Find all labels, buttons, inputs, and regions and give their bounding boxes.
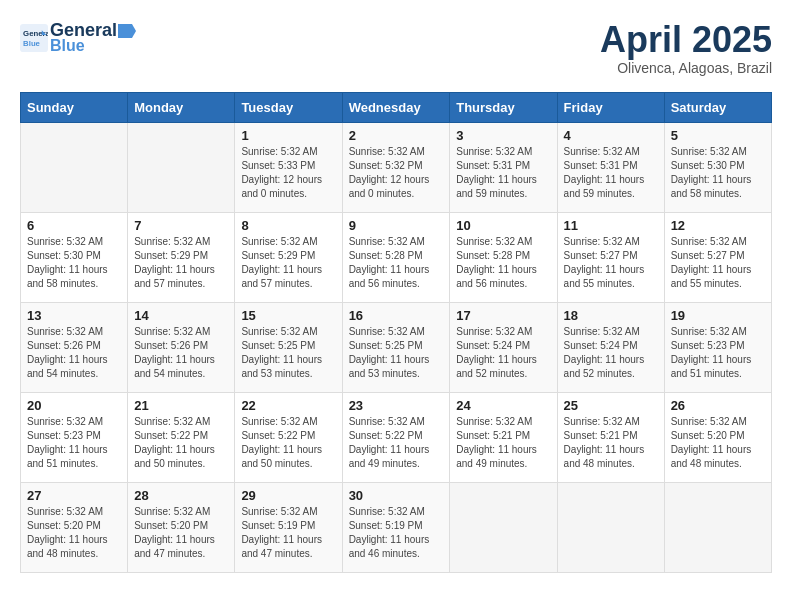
calendar-cell: 28Sunrise: 5:32 AM Sunset: 5:20 PM Dayli… (128, 482, 235, 572)
weekday-header: Thursday (450, 92, 557, 122)
logo-icon: General Blue (20, 24, 48, 52)
day-info: Sunrise: 5:32 AM Sunset: 5:31 PM Dayligh… (564, 145, 658, 201)
logo-arrow (118, 24, 136, 38)
weekday-header: Friday (557, 92, 664, 122)
calendar-cell: 5Sunrise: 5:32 AM Sunset: 5:30 PM Daylig… (664, 122, 771, 212)
calendar-cell: 26Sunrise: 5:32 AM Sunset: 5:20 PM Dayli… (664, 392, 771, 482)
day-info: Sunrise: 5:32 AM Sunset: 5:21 PM Dayligh… (564, 415, 658, 471)
page-header: General Blue General Blue April 2025 Oli… (20, 20, 772, 76)
calendar-cell (21, 122, 128, 212)
calendar-table: SundayMondayTuesdayWednesdayThursdayFrid… (20, 92, 772, 573)
day-info: Sunrise: 5:32 AM Sunset: 5:31 PM Dayligh… (456, 145, 550, 201)
calendar-cell (128, 122, 235, 212)
day-number: 10 (456, 218, 550, 233)
calendar-cell: 20Sunrise: 5:32 AM Sunset: 5:23 PM Dayli… (21, 392, 128, 482)
day-info: Sunrise: 5:32 AM Sunset: 5:20 PM Dayligh… (27, 505, 121, 561)
day-number: 17 (456, 308, 550, 323)
day-number: 25 (564, 398, 658, 413)
calendar-cell: 4Sunrise: 5:32 AM Sunset: 5:31 PM Daylig… (557, 122, 664, 212)
weekday-header: Sunday (21, 92, 128, 122)
day-info: Sunrise: 5:32 AM Sunset: 5:21 PM Dayligh… (456, 415, 550, 471)
weekday-header: Tuesday (235, 92, 342, 122)
day-info: Sunrise: 5:32 AM Sunset: 5:27 PM Dayligh… (671, 235, 765, 291)
calendar-cell (450, 482, 557, 572)
calendar-cell: 15Sunrise: 5:32 AM Sunset: 5:25 PM Dayli… (235, 302, 342, 392)
day-info: Sunrise: 5:32 AM Sunset: 5:33 PM Dayligh… (241, 145, 335, 201)
calendar-cell: 23Sunrise: 5:32 AM Sunset: 5:22 PM Dayli… (342, 392, 450, 482)
day-number: 26 (671, 398, 765, 413)
day-info: Sunrise: 5:32 AM Sunset: 5:24 PM Dayligh… (456, 325, 550, 381)
calendar-cell: 8Sunrise: 5:32 AM Sunset: 5:29 PM Daylig… (235, 212, 342, 302)
day-info: Sunrise: 5:32 AM Sunset: 5:28 PM Dayligh… (349, 235, 444, 291)
calendar-cell: 6Sunrise: 5:32 AM Sunset: 5:30 PM Daylig… (21, 212, 128, 302)
calendar-cell: 21Sunrise: 5:32 AM Sunset: 5:22 PM Dayli… (128, 392, 235, 482)
day-info: Sunrise: 5:32 AM Sunset: 5:23 PM Dayligh… (671, 325, 765, 381)
day-number: 5 (671, 128, 765, 143)
day-number: 21 (134, 398, 228, 413)
calendar-cell: 29Sunrise: 5:32 AM Sunset: 5:19 PM Dayli… (235, 482, 342, 572)
day-number: 15 (241, 308, 335, 323)
svg-text:Blue: Blue (23, 38, 41, 47)
day-number: 24 (456, 398, 550, 413)
calendar-cell: 25Sunrise: 5:32 AM Sunset: 5:21 PM Dayli… (557, 392, 664, 482)
day-number: 9 (349, 218, 444, 233)
day-info: Sunrise: 5:32 AM Sunset: 5:22 PM Dayligh… (349, 415, 444, 471)
calendar-cell: 3Sunrise: 5:32 AM Sunset: 5:31 PM Daylig… (450, 122, 557, 212)
calendar-cell: 14Sunrise: 5:32 AM Sunset: 5:26 PM Dayli… (128, 302, 235, 392)
calendar-cell: 16Sunrise: 5:32 AM Sunset: 5:25 PM Dayli… (342, 302, 450, 392)
day-info: Sunrise: 5:32 AM Sunset: 5:19 PM Dayligh… (241, 505, 335, 561)
day-number: 20 (27, 398, 121, 413)
day-number: 16 (349, 308, 444, 323)
calendar-cell (664, 482, 771, 572)
calendar-cell: 30Sunrise: 5:32 AM Sunset: 5:19 PM Dayli… (342, 482, 450, 572)
calendar-cell: 11Sunrise: 5:32 AM Sunset: 5:27 PM Dayli… (557, 212, 664, 302)
day-info: Sunrise: 5:32 AM Sunset: 5:30 PM Dayligh… (671, 145, 765, 201)
day-info: Sunrise: 5:32 AM Sunset: 5:30 PM Dayligh… (27, 235, 121, 291)
day-number: 30 (349, 488, 444, 503)
day-info: Sunrise: 5:32 AM Sunset: 5:19 PM Dayligh… (349, 505, 444, 561)
day-info: Sunrise: 5:32 AM Sunset: 5:26 PM Dayligh… (134, 325, 228, 381)
day-number: 8 (241, 218, 335, 233)
svg-marker-4 (118, 24, 136, 38)
day-number: 22 (241, 398, 335, 413)
day-info: Sunrise: 5:32 AM Sunset: 5:26 PM Dayligh… (27, 325, 121, 381)
day-number: 18 (564, 308, 658, 323)
calendar-cell: 1Sunrise: 5:32 AM Sunset: 5:33 PM Daylig… (235, 122, 342, 212)
calendar-cell (557, 482, 664, 572)
weekday-header: Saturday (664, 92, 771, 122)
day-number: 1 (241, 128, 335, 143)
day-number: 27 (27, 488, 121, 503)
day-number: 29 (241, 488, 335, 503)
day-number: 3 (456, 128, 550, 143)
day-info: Sunrise: 5:32 AM Sunset: 5:20 PM Dayligh… (671, 415, 765, 471)
calendar-cell: 27Sunrise: 5:32 AM Sunset: 5:20 PM Dayli… (21, 482, 128, 572)
day-number: 12 (671, 218, 765, 233)
day-number: 11 (564, 218, 658, 233)
calendar-cell: 22Sunrise: 5:32 AM Sunset: 5:22 PM Dayli… (235, 392, 342, 482)
day-number: 4 (564, 128, 658, 143)
calendar-cell: 9Sunrise: 5:32 AM Sunset: 5:28 PM Daylig… (342, 212, 450, 302)
title-block: April 2025 Olivenca, Alagoas, Brazil (600, 20, 772, 76)
weekday-header: Monday (128, 92, 235, 122)
calendar-cell: 10Sunrise: 5:32 AM Sunset: 5:28 PM Dayli… (450, 212, 557, 302)
day-number: 19 (671, 308, 765, 323)
month-title: April 2025 (600, 20, 772, 60)
day-number: 7 (134, 218, 228, 233)
day-info: Sunrise: 5:32 AM Sunset: 5:23 PM Dayligh… (27, 415, 121, 471)
day-info: Sunrise: 5:32 AM Sunset: 5:32 PM Dayligh… (349, 145, 444, 201)
calendar-cell: 17Sunrise: 5:32 AM Sunset: 5:24 PM Dayli… (450, 302, 557, 392)
calendar-cell: 18Sunrise: 5:32 AM Sunset: 5:24 PM Dayli… (557, 302, 664, 392)
location-subtitle: Olivenca, Alagoas, Brazil (600, 60, 772, 76)
day-info: Sunrise: 5:32 AM Sunset: 5:22 PM Dayligh… (134, 415, 228, 471)
calendar-cell: 24Sunrise: 5:32 AM Sunset: 5:21 PM Dayli… (450, 392, 557, 482)
day-number: 13 (27, 308, 121, 323)
day-number: 2 (349, 128, 444, 143)
calendar-cell: 19Sunrise: 5:32 AM Sunset: 5:23 PM Dayli… (664, 302, 771, 392)
day-info: Sunrise: 5:32 AM Sunset: 5:22 PM Dayligh… (241, 415, 335, 471)
calendar-cell: 7Sunrise: 5:32 AM Sunset: 5:29 PM Daylig… (128, 212, 235, 302)
day-info: Sunrise: 5:32 AM Sunset: 5:20 PM Dayligh… (134, 505, 228, 561)
day-number: 23 (349, 398, 444, 413)
day-info: Sunrise: 5:32 AM Sunset: 5:29 PM Dayligh… (241, 235, 335, 291)
day-info: Sunrise: 5:32 AM Sunset: 5:24 PM Dayligh… (564, 325, 658, 381)
day-info: Sunrise: 5:32 AM Sunset: 5:27 PM Dayligh… (564, 235, 658, 291)
